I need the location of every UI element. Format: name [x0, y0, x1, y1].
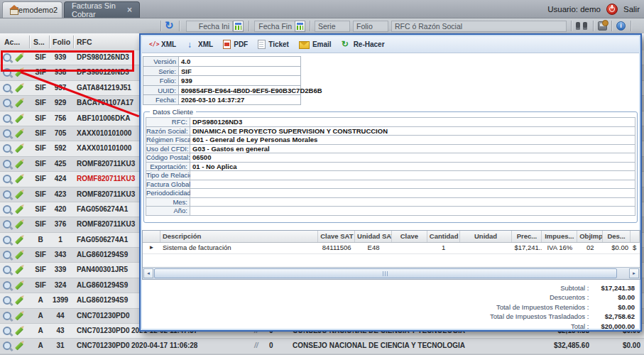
edit-icon[interactable]	[15, 129, 23, 138]
field-value: 809854FB-E964-4B0D-9EF5-E90B3C7D2B6B	[179, 85, 301, 96]
fecha-fin-input[interactable]: Fecha Fin	[254, 21, 295, 32]
edit-icon[interactable]	[15, 312, 23, 320]
edit-icon[interactable]	[15, 84, 23, 92]
edit-icon[interactable]	[15, 160, 23, 168]
horizontal-scrollbar[interactable]: ◄ ►	[143, 267, 640, 279]
items-col-header[interactable]: Descripción	[160, 231, 318, 242]
cell-rfc: XAXX010101000	[77, 126, 131, 141]
view-icon[interactable]	[3, 160, 11, 168]
view-icon[interactable]	[3, 99, 11, 107]
info-icon[interactable]: i	[616, 21, 626, 31]
view-icon[interactable]	[3, 251, 11, 259]
edit-icon[interactable]	[15, 297, 23, 305]
view-icon[interactable]	[3, 190, 11, 199]
view-icon[interactable]	[3, 296, 11, 305]
col-folio[interactable]: Folio	[53, 33, 70, 50]
edit-icon[interactable]	[15, 281, 23, 290]
edit-icon[interactable]	[15, 190, 23, 199]
view-icon[interactable]	[3, 220, 11, 229]
rfc-razon-input[interactable]: RFC ó Razón Social	[391, 21, 567, 32]
view-icon[interactable]	[3, 205, 11, 214]
cell-folio: 705	[48, 126, 72, 141]
scroll-left-icon[interactable]: ◄	[143, 268, 153, 278]
col-rfc[interactable]: RFC	[77, 33, 92, 50]
total-line: Subtotal : $17,241.38	[337, 283, 635, 293]
items-col-header[interactable]: ObjImp...	[577, 231, 603, 242]
col-serie[interactable]: S...	[33, 33, 45, 50]
serie-input[interactable]: Serie	[315, 21, 350, 32]
scroll-right-icon[interactable]: ►	[629, 268, 639, 278]
field-label: Año:	[146, 206, 190, 216]
items-col-header[interactable]: Clave	[392, 231, 427, 242]
view-icon[interactable]	[3, 312, 11, 320]
tab-bar: demodemo2 Facturas Sin Cobrar × Usuario:…	[0, 0, 644, 18]
edit-icon[interactable]	[15, 266, 23, 275]
edit-icon[interactable]	[15, 251, 23, 260]
separator	[179, 21, 180, 31]
items-col-header[interactable]: Cantidad	[427, 231, 460, 242]
edit-icon[interactable]	[15, 145, 23, 153]
folio-input[interactable]: Folio	[353, 21, 388, 32]
field-value	[190, 188, 635, 198]
col-acciones[interactable]: Ac...	[4, 33, 20, 50]
separator	[249, 21, 249, 31]
pdf-button[interactable]: PDF	[223, 40, 248, 49]
items-col-header[interactable]: Unidad	[460, 231, 513, 242]
close-tab-icon[interactable]: ×	[127, 6, 132, 13]
field-label: Uso del CFDI:	[146, 144, 190, 154]
items-col-header[interactable]: Prec...	[512, 231, 542, 242]
edit-icon[interactable]	[15, 114, 23, 123]
items-col-header[interactable]	[143, 231, 160, 242]
edit-icon[interactable]	[15, 175, 23, 184]
items-col-header[interactable]: Clave SAT	[318, 231, 355, 242]
fecha-ini-input[interactable]: Fecha Ini	[186, 21, 233, 32]
cell-folio: 425	[48, 157, 72, 171]
tab-facturas-sin-cobrar[interactable]: Facturas Sin Cobrar ×	[64, 1, 140, 18]
xml-button[interactable]: XML	[186, 40, 213, 49]
view-icon[interactable]	[3, 281, 11, 290]
edit-icon[interactable]	[15, 236, 23, 244]
field-label: Fecha:	[143, 94, 179, 105]
edit-icon[interactable]	[15, 342, 23, 351]
items-col-header[interactable]: Unidad SAT	[355, 231, 392, 242]
invoice-detail-panel: XMLXMLPDFTicketEmailRe-Hacer Versión CFD…	[139, 33, 642, 332]
fecha-ini-calendar-icon[interactable]	[233, 21, 244, 32]
cell-rfc: ABF101006DKA	[77, 111, 131, 126]
view-icon[interactable]	[3, 236, 11, 244]
ticket-icon	[258, 40, 266, 49]
edit-icon[interactable]	[15, 99, 23, 108]
search-icon[interactable]	[576, 22, 587, 30]
expand-row-icon[interactable]: ►	[143, 243, 160, 253]
edit-icon[interactable]	[15, 327, 23, 336]
xml-button[interactable]: XML	[149, 40, 176, 49]
cell-rfc: CNC701230PD0	[77, 339, 130, 353]
invoice-row[interactable]: A31CNC701230PD02020-04-17 11:06:28//0CON…	[0, 339, 644, 354]
item-row[interactable]: ►Sistema de facturación84111506E481$17,2…	[143, 243, 640, 254]
tab-home[interactable]: demodemo2	[2, 1, 62, 18]
export-settings-icon[interactable]	[598, 21, 607, 31]
refresh-icon[interactable]: ↻	[165, 19, 174, 32]
edit-icon[interactable]	[15, 205, 23, 214]
fecha-fin-calendar-icon[interactable]	[295, 21, 305, 32]
ticket-button[interactable]: Ticket	[258, 40, 289, 49]
view-icon[interactable]	[3, 342, 11, 350]
logout-button[interactable]: Salir	[623, 5, 640, 13]
view-icon[interactable]	[3, 144, 11, 153]
power-icon[interactable]	[606, 4, 618, 15]
items-col-header[interactable]: Impues...	[542, 231, 577, 242]
view-icon[interactable]	[3, 327, 11, 335]
edit-icon[interactable]	[15, 221, 23, 229]
view-icon[interactable]	[3, 114, 11, 123]
cliente-field-row: Mes:	[146, 197, 635, 207]
view-icon[interactable]	[3, 266, 11, 274]
view-icon[interactable]	[3, 84, 11, 92]
scrollbar-thumb[interactable]	[154, 268, 617, 278]
view-icon[interactable]	[3, 129, 11, 138]
items-col-header[interactable]: Des...	[603, 231, 631, 242]
re-hacer-button[interactable]: Re-Hacer	[342, 40, 385, 49]
email-button[interactable]: Email	[299, 40, 332, 49]
view-icon[interactable]	[3, 175, 11, 183]
cell-rfc: FAG0506274A1	[77, 233, 128, 247]
total-label: Total :	[571, 322, 591, 331]
items-col-header[interactable]	[631, 231, 640, 242]
